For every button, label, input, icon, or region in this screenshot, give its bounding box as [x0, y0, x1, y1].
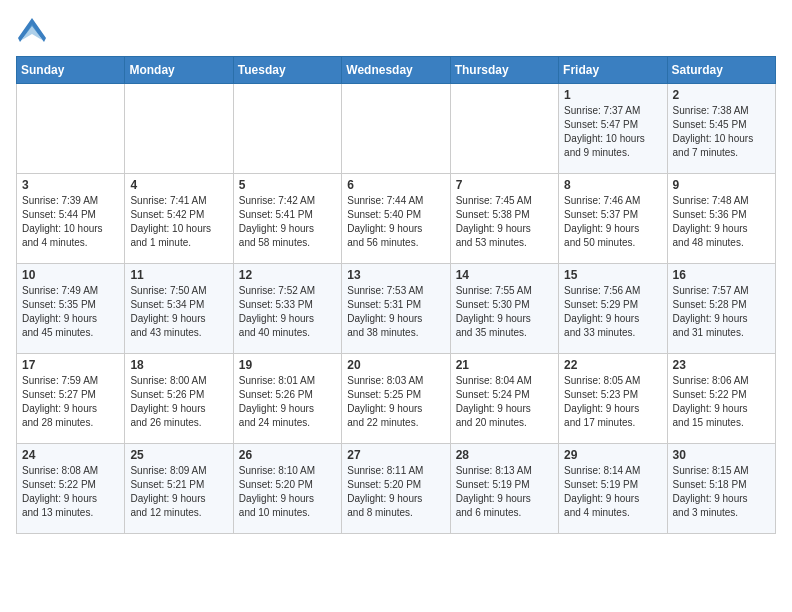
day-cell: 1Sunrise: 7:37 AM Sunset: 5:47 PM Daylig… — [559, 84, 667, 174]
day-cell: 19Sunrise: 8:01 AM Sunset: 5:26 PM Dayli… — [233, 354, 341, 444]
day-cell: 11Sunrise: 7:50 AM Sunset: 5:34 PM Dayli… — [125, 264, 233, 354]
day-info: Sunrise: 8:08 AM Sunset: 5:22 PM Dayligh… — [22, 464, 119, 520]
day-info: Sunrise: 7:46 AM Sunset: 5:37 PM Dayligh… — [564, 194, 661, 250]
day-info: Sunrise: 7:37 AM Sunset: 5:47 PM Dayligh… — [564, 104, 661, 160]
day-info: Sunrise: 7:48 AM Sunset: 5:36 PM Dayligh… — [673, 194, 770, 250]
day-info: Sunrise: 8:09 AM Sunset: 5:21 PM Dayligh… — [130, 464, 227, 520]
day-number: 23 — [673, 358, 770, 372]
day-cell: 10Sunrise: 7:49 AM Sunset: 5:35 PM Dayli… — [17, 264, 125, 354]
page-header — [16, 16, 776, 44]
day-number: 10 — [22, 268, 119, 282]
day-number: 6 — [347, 178, 444, 192]
day-number: 29 — [564, 448, 661, 462]
day-cell: 12Sunrise: 7:52 AM Sunset: 5:33 PM Dayli… — [233, 264, 341, 354]
day-number: 25 — [130, 448, 227, 462]
day-number: 13 — [347, 268, 444, 282]
day-info: Sunrise: 7:53 AM Sunset: 5:31 PM Dayligh… — [347, 284, 444, 340]
day-number: 7 — [456, 178, 553, 192]
day-number: 18 — [130, 358, 227, 372]
day-cell — [125, 84, 233, 174]
day-number: 5 — [239, 178, 336, 192]
day-number: 20 — [347, 358, 444, 372]
day-cell: 7Sunrise: 7:45 AM Sunset: 5:38 PM Daylig… — [450, 174, 558, 264]
day-cell — [233, 84, 341, 174]
day-info: Sunrise: 7:49 AM Sunset: 5:35 PM Dayligh… — [22, 284, 119, 340]
header-thursday: Thursday — [450, 57, 558, 84]
day-info: Sunrise: 8:03 AM Sunset: 5:25 PM Dayligh… — [347, 374, 444, 430]
day-cell: 23Sunrise: 8:06 AM Sunset: 5:22 PM Dayli… — [667, 354, 775, 444]
day-cell: 24Sunrise: 8:08 AM Sunset: 5:22 PM Dayli… — [17, 444, 125, 534]
day-cell: 13Sunrise: 7:53 AM Sunset: 5:31 PM Dayli… — [342, 264, 450, 354]
day-cell: 2Sunrise: 7:38 AM Sunset: 5:45 PM Daylig… — [667, 84, 775, 174]
header-friday: Friday — [559, 57, 667, 84]
day-info: Sunrise: 7:50 AM Sunset: 5:34 PM Dayligh… — [130, 284, 227, 340]
day-info: Sunrise: 7:56 AM Sunset: 5:29 PM Dayligh… — [564, 284, 661, 340]
day-number: 3 — [22, 178, 119, 192]
day-info: Sunrise: 8:10 AM Sunset: 5:20 PM Dayligh… — [239, 464, 336, 520]
week-row-2: 3Sunrise: 7:39 AM Sunset: 5:44 PM Daylig… — [17, 174, 776, 264]
header-sunday: Sunday — [17, 57, 125, 84]
header-saturday: Saturday — [667, 57, 775, 84]
day-cell: 25Sunrise: 8:09 AM Sunset: 5:21 PM Dayli… — [125, 444, 233, 534]
day-number: 4 — [130, 178, 227, 192]
logo — [16, 16, 52, 44]
day-number: 2 — [673, 88, 770, 102]
day-cell: 4Sunrise: 7:41 AM Sunset: 5:42 PM Daylig… — [125, 174, 233, 264]
week-row-1: 1Sunrise: 7:37 AM Sunset: 5:47 PM Daylig… — [17, 84, 776, 174]
day-cell: 18Sunrise: 8:00 AM Sunset: 5:26 PM Dayli… — [125, 354, 233, 444]
day-cell: 15Sunrise: 7:56 AM Sunset: 5:29 PM Dayli… — [559, 264, 667, 354]
day-info: Sunrise: 7:45 AM Sunset: 5:38 PM Dayligh… — [456, 194, 553, 250]
day-number: 30 — [673, 448, 770, 462]
day-info: Sunrise: 8:14 AM Sunset: 5:19 PM Dayligh… — [564, 464, 661, 520]
day-cell — [450, 84, 558, 174]
calendar-table: SundayMondayTuesdayWednesdayThursdayFrid… — [16, 56, 776, 534]
day-cell: 28Sunrise: 8:13 AM Sunset: 5:19 PM Dayli… — [450, 444, 558, 534]
day-info: Sunrise: 7:59 AM Sunset: 5:27 PM Dayligh… — [22, 374, 119, 430]
header-monday: Monday — [125, 57, 233, 84]
day-info: Sunrise: 7:55 AM Sunset: 5:30 PM Dayligh… — [456, 284, 553, 340]
week-row-4: 17Sunrise: 7:59 AM Sunset: 5:27 PM Dayli… — [17, 354, 776, 444]
day-number: 19 — [239, 358, 336, 372]
day-info: Sunrise: 8:05 AM Sunset: 5:23 PM Dayligh… — [564, 374, 661, 430]
day-cell — [17, 84, 125, 174]
calendar-header: SundayMondayTuesdayWednesdayThursdayFrid… — [17, 57, 776, 84]
day-info: Sunrise: 8:00 AM Sunset: 5:26 PM Dayligh… — [130, 374, 227, 430]
day-info: Sunrise: 8:04 AM Sunset: 5:24 PM Dayligh… — [456, 374, 553, 430]
day-info: Sunrise: 8:15 AM Sunset: 5:18 PM Dayligh… — [673, 464, 770, 520]
day-info: Sunrise: 7:39 AM Sunset: 5:44 PM Dayligh… — [22, 194, 119, 250]
day-cell: 3Sunrise: 7:39 AM Sunset: 5:44 PM Daylig… — [17, 174, 125, 264]
day-cell: 17Sunrise: 7:59 AM Sunset: 5:27 PM Dayli… — [17, 354, 125, 444]
day-cell: 5Sunrise: 7:42 AM Sunset: 5:41 PM Daylig… — [233, 174, 341, 264]
day-number: 27 — [347, 448, 444, 462]
day-number: 1 — [564, 88, 661, 102]
day-cell: 9Sunrise: 7:48 AM Sunset: 5:36 PM Daylig… — [667, 174, 775, 264]
day-cell: 27Sunrise: 8:11 AM Sunset: 5:20 PM Dayli… — [342, 444, 450, 534]
week-row-3: 10Sunrise: 7:49 AM Sunset: 5:35 PM Dayli… — [17, 264, 776, 354]
day-info: Sunrise: 7:57 AM Sunset: 5:28 PM Dayligh… — [673, 284, 770, 340]
day-number: 14 — [456, 268, 553, 282]
day-info: Sunrise: 7:44 AM Sunset: 5:40 PM Dayligh… — [347, 194, 444, 250]
day-info: Sunrise: 8:13 AM Sunset: 5:19 PM Dayligh… — [456, 464, 553, 520]
day-cell: 22Sunrise: 8:05 AM Sunset: 5:23 PM Dayli… — [559, 354, 667, 444]
day-cell: 30Sunrise: 8:15 AM Sunset: 5:18 PM Dayli… — [667, 444, 775, 534]
day-number: 17 — [22, 358, 119, 372]
day-cell — [342, 84, 450, 174]
day-number: 11 — [130, 268, 227, 282]
day-number: 28 — [456, 448, 553, 462]
day-number: 24 — [22, 448, 119, 462]
day-info: Sunrise: 7:52 AM Sunset: 5:33 PM Dayligh… — [239, 284, 336, 340]
day-number: 15 — [564, 268, 661, 282]
week-row-5: 24Sunrise: 8:08 AM Sunset: 5:22 PM Dayli… — [17, 444, 776, 534]
day-info: Sunrise: 8:11 AM Sunset: 5:20 PM Dayligh… — [347, 464, 444, 520]
day-info: Sunrise: 7:41 AM Sunset: 5:42 PM Dayligh… — [130, 194, 227, 250]
header-tuesday: Tuesday — [233, 57, 341, 84]
day-cell: 26Sunrise: 8:10 AM Sunset: 5:20 PM Dayli… — [233, 444, 341, 534]
day-cell: 21Sunrise: 8:04 AM Sunset: 5:24 PM Dayli… — [450, 354, 558, 444]
day-cell: 16Sunrise: 7:57 AM Sunset: 5:28 PM Dayli… — [667, 264, 775, 354]
day-number: 16 — [673, 268, 770, 282]
day-number: 26 — [239, 448, 336, 462]
logo-icon — [16, 16, 48, 44]
day-info: Sunrise: 8:06 AM Sunset: 5:22 PM Dayligh… — [673, 374, 770, 430]
day-cell: 20Sunrise: 8:03 AM Sunset: 5:25 PM Dayli… — [342, 354, 450, 444]
day-cell: 6Sunrise: 7:44 AM Sunset: 5:40 PM Daylig… — [342, 174, 450, 264]
